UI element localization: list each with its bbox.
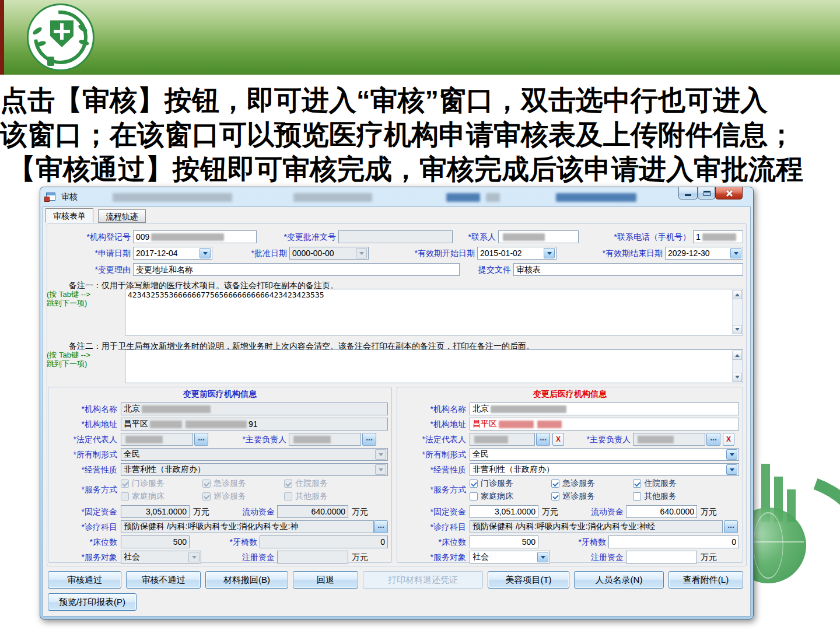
close-button[interactable] <box>715 187 743 200</box>
checkbox-emergency-after[interactable]: 急诊服务 <box>551 478 595 489</box>
unit-label: 万元 <box>352 505 368 518</box>
valid-end-field[interactable]: 2029-12-30 <box>665 247 743 260</box>
redacted-text <box>474 436 508 443</box>
chevron-down-icon[interactable] <box>200 248 211 258</box>
reason-field[interactable]: 变更地址和名称 <box>133 263 460 276</box>
view-attachments-button[interactable]: 查看附件(L) <box>668 571 743 589</box>
hint-line: 跳到下一项) <box>47 299 124 307</box>
checkbox-family-bed-after[interactable]: 家庭病床 <box>470 491 513 502</box>
maximize-button[interactable] <box>698 187 715 200</box>
remark1-tab-hint: (按 Tab键 --> 跳到下一项) <box>47 290 124 307</box>
subjects-label: *诊疗科目 <box>397 520 466 533</box>
subjects-field-before: 预防保健科 /内科:呼吸内科专业:消化内科专业:神 <box>121 520 374 533</box>
scrollbar[interactable] <box>732 290 742 334</box>
scroll-up-icon[interactable] <box>733 351 742 360</box>
remark1-content: 4234325353666666775656666666666423423423… <box>128 290 730 299</box>
phone-field[interactable]: 1 <box>693 230 743 243</box>
fixed-capital-value: 3,051.0000 <box>495 507 536 516</box>
chevron-down-icon <box>356 248 367 258</box>
org-addr-label: *机构地址 <box>48 418 117 430</box>
chairs-field-before: 0 <box>260 536 388 548</box>
org-addr-field-after[interactable]: 昌平区 <box>470 418 739 430</box>
checkbox-inpatient-before: 住院服务 <box>284 478 328 489</box>
floating-capital-value: 640.0000 <box>660 507 694 516</box>
redacted-text <box>293 436 331 443</box>
fixed-capital-field-after[interactable]: 3,051.0000 <box>470 505 538 518</box>
principal-browse-button[interactable]: ... <box>706 433 720 446</box>
scrollbar[interactable] <box>732 351 742 382</box>
checkbox-outpatient-after[interactable]: 门诊服务 <box>470 478 513 489</box>
target-field-after[interactable]: 社会 <box>470 551 550 564</box>
chevron-down-icon[interactable] <box>537 552 548 562</box>
chairs-label: *牙椅数 <box>204 536 257 548</box>
chevron-down-icon[interactable] <box>726 449 737 460</box>
chevron-down-icon[interactable] <box>726 464 737 475</box>
ownership-field-after[interactable]: 全民 <box>470 448 739 461</box>
checkbox-icon <box>551 492 559 501</box>
submit-doc-field[interactable]: 审核表 <box>513 263 743 276</box>
checkbox-inpatient-after[interactable]: 住院服务 <box>633 478 677 489</box>
nature-field-after[interactable]: 非营利性（非政府办） <box>470 463 739 476</box>
minimize-button[interactable] <box>678 187 698 200</box>
checkbox-icon <box>202 492 211 501</box>
redacted-title-text <box>293 193 372 202</box>
legal-rep-field-after[interactable] <box>470 433 535 446</box>
scroll-up-icon[interactable] <box>733 290 742 299</box>
checkbox-icon <box>202 480 211 488</box>
beds-value: 500 <box>173 537 187 547</box>
legal-rep-browse-button[interactable]: ... <box>194 433 208 446</box>
withdraw-material-button[interactable]: 材料撤回(B) <box>205 571 288 589</box>
remark1-textarea[interactable]: 4234325353666666775656666666666423423423… <box>125 289 743 335</box>
valid-start-field[interactable]: 2015-01-02 <box>477 247 556 260</box>
redacted-text <box>638 436 674 443</box>
apply-date-field[interactable]: 2017-12-04 <box>133 247 212 260</box>
subjects-browse-button[interactable]: ... <box>374 520 388 533</box>
preview-print-report-button[interactable]: 预览/打印报表(P) <box>48 593 136 611</box>
checkbox-icon <box>284 480 292 488</box>
rollback-button[interactable]: 回退 <box>293 571 358 589</box>
review-window: 审核 审核表单 流程轨迹 *机构登记号 009 *变更批准文号 *联系人 *联系… <box>40 187 754 620</box>
ownership-field-before: 全民 <box>121 448 388 461</box>
tab-review-form[interactable]: 审核表单 <box>46 208 93 223</box>
print-return-receipt-button: 打印材料退还凭证 <box>363 571 483 589</box>
chevron-down-icon <box>188 552 200 562</box>
scroll-down-icon[interactable] <box>733 373 742 382</box>
checkbox-other-service-after[interactable]: 其他服务 <box>633 491 677 502</box>
reject-button[interactable]: 审核不通过 <box>126 571 201 589</box>
org-addr-field-before: 昌平区 91 <box>121 418 388 430</box>
beauty-project-button[interactable]: 美容项目(T) <box>488 571 569 589</box>
principal-browse-button[interactable]: ... <box>362 433 376 446</box>
reg-no-field[interactable]: 009 <box>133 230 257 243</box>
redacted-text <box>150 421 182 428</box>
target-field-before: 社会 <box>121 551 201 564</box>
chevron-down-icon[interactable] <box>730 248 741 258</box>
reg-capital-field-after[interactable] <box>626 551 697 564</box>
approve-button[interactable]: 审核通过 <box>48 571 121 589</box>
checkbox-icon <box>284 492 292 501</box>
contact-field[interactable] <box>498 230 579 243</box>
principal-clear-button[interactable]: X <box>723 433 734 446</box>
personnel-roster-button[interactable]: 人员名录(N) <box>574 571 664 589</box>
decoration-bar <box>774 477 783 522</box>
remark2-textarea[interactable] <box>125 349 743 383</box>
window-titlebar[interactable]: 审核 <box>43 189 751 205</box>
tab-process-track[interactable]: 流程轨迹 <box>98 209 146 223</box>
org-name-field-after[interactable]: 北京 <box>470 402 739 415</box>
principal-field-after[interactable] <box>633 433 705 446</box>
redacted-title-text <box>113 193 232 202</box>
legal-rep-browse-button[interactable]: ... <box>536 433 550 446</box>
legal-rep-clear-button[interactable]: X <box>552 433 564 446</box>
scroll-down-icon[interactable] <box>733 325 742 334</box>
chairs-field-after[interactable]: 0 <box>608 536 739 548</box>
checkbox-patrol-after[interactable]: 巡诊服务 <box>551 491 595 502</box>
floating-capital-field-after[interactable]: 640.0000 <box>626 505 697 518</box>
submit-doc-value: 审核表 <box>516 264 740 275</box>
unit-label: 万元 <box>542 505 558 518</box>
chairs-value: 0 <box>732 537 736 547</box>
chevron-down-icon[interactable] <box>544 248 555 258</box>
subjects-browse-button[interactable]: ... <box>724 520 738 533</box>
beds-field-after[interactable]: 500 <box>470 536 538 548</box>
target-value: 社会 <box>473 552 537 562</box>
reason-value: 变更地址和名称 <box>136 264 457 275</box>
window-controls <box>678 187 743 200</box>
